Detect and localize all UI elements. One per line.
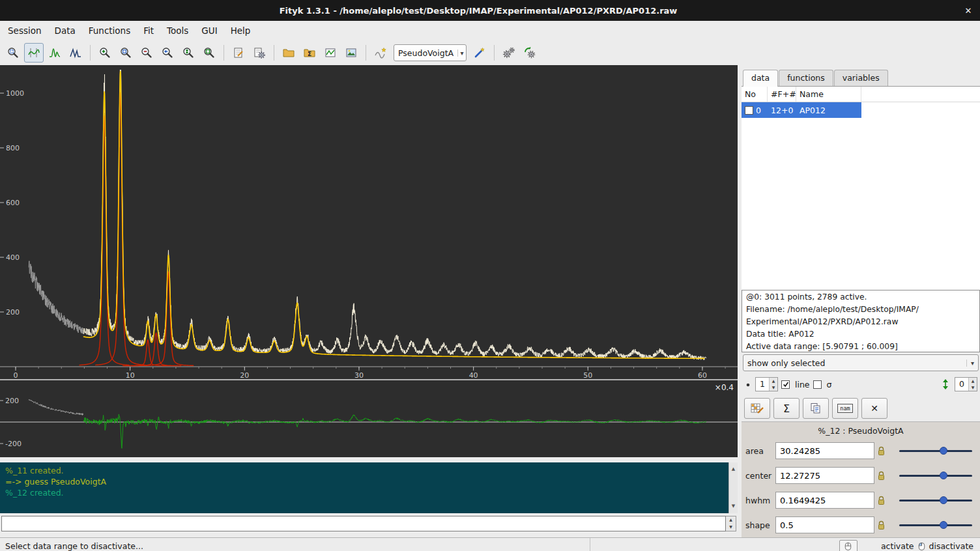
tab-functions[interactable]: functions <box>779 70 833 86</box>
menu-functions[interactable]: Functions <box>82 22 137 39</box>
add-peak-tool-button[interactable] <box>45 43 65 63</box>
menu-data[interactable]: Data <box>48 22 82 39</box>
zoom-previous-button[interactable] <box>158 43 177 63</box>
lock-icon[interactable] <box>877 446 886 456</box>
export-image-button[interactable] <box>341 43 361 63</box>
copy-data-button[interactable] <box>803 398 829 419</box>
main-plot[interactable]: 01020304050602004006008001000 <box>0 65 738 379</box>
log-scrollbar[interactable]: ▲ ▼ <box>728 462 738 513</box>
append-data-button[interactable]: Σ <box>300 43 319 63</box>
open-data-button[interactable] <box>279 43 298 63</box>
splitter-horizontal[interactable] <box>0 457 738 462</box>
stepper-up-icon[interactable]: ▲ <box>726 516 736 524</box>
command-history-stepper[interactable]: ▲ ▼ <box>726 516 736 531</box>
row-cell-name[interactable]: AP012 <box>796 102 861 118</box>
scroll-up-icon[interactable]: ▲ <box>732 464 735 475</box>
zoom-vertical-button[interactable] <box>179 43 198 63</box>
zoom-out-button[interactable] <box>137 43 156 63</box>
script-editor-button[interactable] <box>229 43 248 63</box>
spin-down-icon[interactable]: ▼ <box>969 384 977 391</box>
menu-tools[interactable]: Tools <box>160 22 195 39</box>
column-header-name[interactable]: Name <box>796 87 861 102</box>
tab-variables[interactable]: variables <box>834 70 888 86</box>
menubar: Session Data Functions Fit Tools GUI Hel… <box>0 21 980 40</box>
show-filter-dropdown[interactable]: show only selected ▾ <box>743 354 979 371</box>
log-line: %_11 created. <box>5 465 732 476</box>
point-size-stepper[interactable]: 1 ▲▼ <box>755 377 778 391</box>
undo-fit-button[interactable] <box>520 43 540 63</box>
main-area: 01020304050602004006008001000 200-200×0.… <box>0 65 980 537</box>
mouse-config-button[interactable] <box>839 540 857 551</box>
auxiliary-plot[interactable]: 200-200×0.4 <box>0 379 738 457</box>
zoom-all-button[interactable] <box>199 43 219 63</box>
slider-thumb[interactable] <box>940 472 947 479</box>
slider-thumb[interactable] <box>940 447 947 455</box>
line-checkbox-box[interactable] <box>781 380 790 389</box>
filter-row: show only selected ▾ <box>742 352 980 373</box>
execute-script-button[interactable] <box>250 43 269 63</box>
rename-data-button[interactable]: nam <box>832 398 858 419</box>
spin-up-icon[interactable]: ▲ <box>770 378 777 384</box>
delete-data-button[interactable]: ✕ <box>861 398 887 419</box>
slider-thumb[interactable] <box>940 521 947 529</box>
menu-gui[interactable]: GUI <box>195 22 223 39</box>
function-type-combo[interactable]: PseudoVoigtA ▾ <box>394 44 467 61</box>
lock-icon[interactable] <box>877 496 886 505</box>
save-session-button[interactable] <box>321 43 340 63</box>
command-input[interactable] <box>1 516 726 531</box>
tab-data[interactable]: data <box>743 70 778 87</box>
menu-fit[interactable]: Fit <box>137 22 160 39</box>
sigma-checkbox-box[interactable] <box>813 380 822 389</box>
menu-help[interactable]: Help <box>224 22 257 39</box>
menu-session[interactable]: Session <box>1 22 48 39</box>
zoom-select-tool-button[interactable] <box>3 43 23 63</box>
slider-thumb[interactable] <box>940 496 947 504</box>
statusbar: Select data range to disactivate... acti… <box>0 537 980 551</box>
param-area-input[interactable] <box>775 442 874 459</box>
run-fit-button[interactable] <box>499 43 519 63</box>
param-shape-input[interactable] <box>775 516 874 533</box>
column-header-f[interactable]: #F+# <box>768 87 796 102</box>
param-center-slider[interactable] <box>899 471 972 480</box>
sigma-checkbox[interactable]: σ <box>813 380 832 389</box>
fit-vertically-icon[interactable] <box>940 378 951 391</box>
shift-stepper[interactable]: 0 ▲▼ <box>955 377 977 391</box>
zoom-in-button[interactable] <box>95 43 115 63</box>
scroll-down-icon[interactable]: ▼ <box>732 501 735 512</box>
function-type-value: PseudoVoigtA <box>394 48 457 58</box>
spin-up-icon[interactable]: ▲ <box>969 378 977 384</box>
data-list: No #F+# Name 0 12+0 AP012 <box>742 87 980 290</box>
plot-column: 01020304050602004006008001000 200-200×0.… <box>0 65 738 537</box>
activate-hint-label: activate <box>881 541 914 551</box>
log-line: %_12 created. <box>5 487 732 498</box>
close-window-button[interactable]: ✕ <box>957 6 980 16</box>
column-header-no[interactable]: No <box>742 87 768 102</box>
page-pencil-icon <box>232 46 245 59</box>
fityk-window: Fityk 1.3.1 - /home/aleplo/test/Desktop/… <box>0 0 980 551</box>
row-checkbox[interactable] <box>745 106 753 115</box>
edit-data-table-button[interactable] <box>744 398 770 419</box>
row-cell-f[interactable]: 12+0 <box>768 102 796 118</box>
data-range-icon <box>27 46 40 59</box>
zoom-box-button[interactable] <box>116 43 136 63</box>
param-hwhm-slider[interactable] <box>899 496 972 505</box>
row-cell-no[interactable]: 0 <box>742 102 768 118</box>
lock-icon[interactable] <box>877 471 886 481</box>
param-hwhm-input[interactable] <box>775 492 874 509</box>
sum-transform-button[interactable]: Σ <box>773 398 800 419</box>
param-area-slider[interactable] <box>899 446 972 455</box>
param-center-input[interactable] <box>775 467 874 484</box>
stepper-down-icon[interactable]: ▼ <box>726 524 736 531</box>
auto-add-peak-button[interactable] <box>470 43 489 63</box>
param-shape-slider[interactable] <box>899 520 972 530</box>
toolbar-separator <box>366 45 366 61</box>
data-range-tool-button[interactable] <box>24 43 44 63</box>
toolbar-separator <box>223 45 224 61</box>
lock-icon[interactable] <box>877 520 886 530</box>
line-checkbox[interactable]: line <box>781 380 810 389</box>
spin-down-icon[interactable]: ▼ <box>770 384 777 391</box>
quick-add-function-button[interactable] <box>371 43 390 63</box>
table-row[interactable]: 0 12+0 AP012 <box>742 102 980 118</box>
sigma-checkbox-label: σ <box>827 380 832 389</box>
draw-peak-tool-button[interactable] <box>66 43 85 63</box>
